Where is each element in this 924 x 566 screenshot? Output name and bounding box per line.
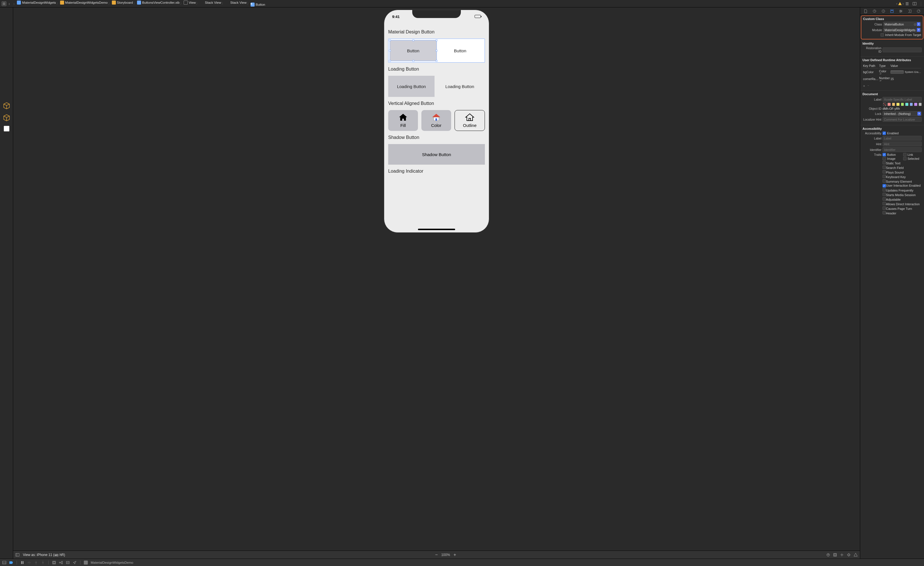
- color-swatch[interactable]: [910, 103, 913, 106]
- class-field[interactable]: MaterialButton⊙: [883, 22, 921, 27]
- location-icon[interactable]: [73, 561, 76, 565]
- view-object-icon[interactable]: [4, 126, 9, 132]
- a11y-identifier-field[interactable]: Identifier: [882, 147, 922, 152]
- trait-link[interactable]: Link: [903, 153, 922, 156]
- a11y-hint-field[interactable]: Hint: [882, 142, 922, 146]
- a11y-label-field[interactable]: Label: [882, 136, 922, 141]
- runtime-attributes-table[interactable]: Key Path Type Value bgColorColor ▴▾Syste…: [862, 63, 922, 82]
- loading-button-2[interactable]: Loading Button: [435, 76, 485, 97]
- breadcrumb-item[interactable]: MaterialDesignWidgetsDemo: [60, 1, 108, 4]
- step-into-icon[interactable]: [34, 561, 38, 565]
- view-as-label[interactable]: View as: iPhone 11 (wC hR): [23, 553, 65, 557]
- trait-keyboard-key[interactable]: Keyboard Key: [882, 175, 922, 179]
- connections-inspector-tab[interactable]: [916, 9, 921, 13]
- trait-user-interaction-enabled[interactable]: ✓User Interaction Enabled: [882, 184, 922, 187]
- scene-cube-icon[interactable]: [3, 102, 10, 110]
- adjust-editor-icon[interactable]: [912, 1, 917, 6]
- help-inspector-tab[interactable]: ?: [881, 9, 886, 13]
- runtime-attribute-row[interactable]: cornerRa…Number ▴▾15: [863, 76, 921, 82]
- runtime-attribute-row[interactable]: bgColorColor ▴▾System Gra…: [863, 69, 921, 75]
- lock-field[interactable]: Inherited - (Nothing): [882, 111, 922, 116]
- first-responder-icon[interactable]: 1: [3, 114, 10, 122]
- trait-static-text[interactable]: Static Text: [882, 161, 922, 165]
- hide-debug-icon[interactable]: [2, 561, 6, 565]
- localizer-hint-field[interactable]: Comment For Localizer: [882, 117, 922, 122]
- accessibility-enabled-checkbox[interactable]: ✓: [882, 132, 886, 135]
- vbtn-fill[interactable]: Fill: [388, 110, 418, 131]
- target-name[interactable]: MaterialDesignWidgetsDemo: [91, 561, 133, 564]
- memory-graph-icon[interactable]: [59, 561, 63, 565]
- home-indicator: [418, 229, 455, 230]
- step-out-icon[interactable]: [41, 561, 45, 565]
- zoom-in-button[interactable]: +: [453, 552, 456, 557]
- debug-view-icon[interactable]: [52, 561, 56, 565]
- breadcrumb-item[interactable]: Stack View: [225, 1, 247, 4]
- document-label-field[interactable]: Xcode Specific Label: [882, 97, 922, 102]
- remove-attribute-button[interactable]: −: [867, 84, 869, 88]
- color-swatch[interactable]: [914, 103, 917, 106]
- align-icon[interactable]: [840, 553, 844, 557]
- color-swatch[interactable]: [901, 103, 904, 106]
- breakpoints-icon[interactable]: [9, 561, 13, 565]
- demo-button-2[interactable]: Button: [437, 40, 483, 61]
- breadcrumb-item[interactable]: MaterialDesignWidgets: [17, 1, 56, 4]
- zoom-out-button[interactable]: −: [435, 552, 438, 557]
- pause-icon[interactable]: [20, 561, 24, 565]
- breadcrumb-item[interactable]: Storyboard: [112, 1, 133, 4]
- breadcrumb-item[interactable]: BButton: [250, 3, 265, 7]
- embed-icon[interactable]: [833, 553, 837, 557]
- resolve-issues-icon[interactable]: [854, 553, 858, 557]
- trait-plays-sound[interactable]: Plays Sound: [882, 170, 922, 174]
- breadcrumb-item[interactable]: View: [184, 1, 196, 4]
- restoration-id-field[interactable]: [882, 48, 922, 52]
- color-swatch[interactable]: [905, 103, 908, 106]
- label-color-swatches[interactable]: [883, 103, 922, 106]
- color-swatch[interactable]: [919, 103, 922, 106]
- file-inspector-tab[interactable]: [863, 9, 868, 13]
- outline-toggle-icon[interactable]: [15, 553, 20, 557]
- attributes-inspector-tab[interactable]: [898, 9, 903, 13]
- color-swatch[interactable]: [896, 103, 899, 106]
- trait-starts-media-session[interactable]: Starts Media Session: [882, 193, 922, 197]
- color-swatch[interactable]: [887, 103, 891, 106]
- issues-badge[interactable]: ‹ ›: [896, 2, 904, 6]
- shadow-button[interactable]: Shadow Button: [388, 144, 485, 165]
- history-inspector-tab[interactable]: [872, 9, 877, 13]
- pin-icon[interactable]: [847, 553, 851, 557]
- trait-causes-page-turn[interactable]: Causes Page Turn: [882, 207, 922, 210]
- color-swatch[interactable]: [892, 103, 895, 106]
- trait-summary-element[interactable]: Summary Element: [882, 179, 922, 183]
- object-library-rail: 1: [0, 7, 13, 559]
- add-attribute-button[interactable]: ＋: [862, 84, 866, 88]
- trait-selected[interactable]: Selected: [903, 157, 922, 160]
- trait-search-field[interactable]: Search Field: [882, 166, 922, 169]
- environment-icon[interactable]: [66, 561, 70, 565]
- demo-button-1[interactable]: Button: [390, 40, 437, 61]
- trait-updates-frequently[interactable]: Updates Frequently: [882, 188, 922, 192]
- button-row-selected[interactable]: Button Button: [388, 39, 485, 63]
- vbtn-outline[interactable]: Outline: [454, 110, 485, 131]
- size-inspector-tab[interactable]: [908, 9, 912, 13]
- module-field[interactable]: MaterialDesignWidgets: [883, 27, 921, 32]
- trait-image[interactable]: Image: [882, 157, 902, 160]
- trait-button[interactable]: ✓Button: [882, 153, 902, 156]
- color-swatch[interactable]: [883, 103, 886, 106]
- trait-adjustable[interactable]: Adjustable: [882, 197, 922, 201]
- identity-inspector-tab[interactable]: [890, 9, 894, 13]
- nav-forward-button[interactable]: ›: [12, 1, 16, 6]
- breadcrumb-item[interactable]: ButtonsViewController.xib: [137, 1, 180, 4]
- vbtn-color[interactable]: Color: [422, 110, 451, 131]
- status-time: 9:41: [392, 15, 400, 19]
- trait-allows-direct-interaction[interactable]: Allows Direct Interaction: [882, 202, 922, 206]
- step-over-icon[interactable]: [27, 561, 31, 565]
- section-vertical-button: Vertical Aligned Button: [388, 101, 485, 106]
- nav-back-button[interactable]: ‹: [8, 1, 11, 6]
- canvas-viewport[interactable]: 9:41 Material Design Button Button: [13, 7, 860, 551]
- trait-header[interactable]: Header: [882, 211, 922, 215]
- breadcrumb-item[interactable]: Stack View: [200, 1, 221, 4]
- loading-button-1[interactable]: Loading Button: [388, 76, 435, 97]
- toc-icon[interactable]: [905, 1, 909, 6]
- update-frames-icon[interactable]: [826, 553, 830, 557]
- related-items-icon[interactable]: [2, 1, 6, 6]
- inherit-module-checkbox[interactable]: Inherit Module From Target: [863, 33, 921, 37]
